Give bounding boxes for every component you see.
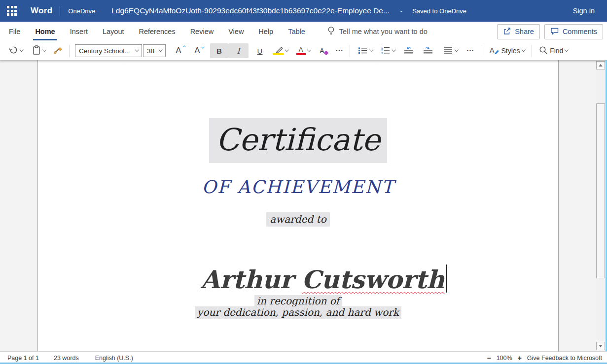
find-label: Find [550,47,563,55]
share-button[interactable]: Share [497,24,540,39]
find-icon [539,46,548,56]
onedrive-link[interactable]: OneDrive [68,7,95,15]
highlight-button[interactable] [270,43,291,58]
tab-references[interactable]: References [131,22,182,41]
page-count[interactable]: Page 1 of 1 [7,355,39,362]
lightbulb-icon [327,26,335,37]
share-icon [503,27,511,36]
recognition-line-2[interactable]: your dedication, passion, and hard work [38,306,558,319]
clear-formatting-button[interactable]: A [316,43,328,58]
scroll-up-button[interactable] [596,61,605,69]
vertical-scrollbar[interactable] [596,60,606,351]
comments-button[interactable]: Comments [544,24,603,39]
chevron-down-icon [42,48,46,52]
format-painter-icon [53,46,63,56]
bullets-icon [358,46,368,56]
zoom-in-button[interactable]: + [518,354,522,362]
styles-button[interactable]: A Styles [487,43,528,58]
word-count[interactable]: 23 words [54,355,79,362]
underline-icon: U [257,47,263,55]
language-indicator[interactable]: English (U.S.) [95,355,133,362]
feedback-link[interactable]: Give Feedback to Microsoft [527,355,602,362]
more-font-options-button[interactable]: ••• [333,43,346,58]
bold-button[interactable]: B [210,43,228,58]
scroll-down-button[interactable] [596,342,605,350]
zoom-level: 100% [497,355,512,362]
bullets-button[interactable] [356,43,375,58]
tab-file[interactable]: File [1,22,28,41]
titlebar-divider [60,6,60,16]
chevron-down-icon [135,48,139,52]
toolbar-divider [69,45,70,57]
grow-font-icon: A [176,46,181,56]
recipient-last-name: Cutsworth [302,265,445,294]
status-bar-right: − 100% + Give Feedback to Microsoft [487,354,602,362]
shrink-font-icon: A [194,46,200,56]
toolbar-divider [532,45,532,57]
shrink-font-button[interactable]: A [189,43,205,58]
format-painter-button[interactable] [51,43,66,58]
tell-me-button[interactable]: Tell me what you want to do [327,26,428,37]
italic-button[interactable]: I [228,43,249,58]
tab-layout[interactable]: Layout [95,22,132,41]
app-launcher-icon [7,6,17,16]
sign-in-button[interactable]: Sign in [573,7,595,15]
tab-table[interactable]: Table [281,22,313,41]
comments-icon [550,27,559,36]
styles-label: Styles [501,47,520,55]
increase-indent-button[interactable] [420,43,436,58]
scrollbar-thumb[interactable] [596,103,605,278]
caret-down-icon [201,45,205,49]
decrease-indent-button[interactable] [400,43,417,58]
align-button[interactable] [441,43,461,58]
tab-view[interactable]: View [221,22,251,41]
undo-button[interactable] [6,43,26,58]
document-title[interactable]: Ldg6EQCyN4aMfoOzUoth-90293edc60f43f30bdc… [111,6,390,15]
chevron-down-icon [20,48,24,52]
toolbar-divider [482,45,482,57]
app-launcher-button[interactable] [0,0,24,22]
zoom-out-button[interactable]: − [487,354,491,362]
grow-font-button[interactable]: A [171,43,186,58]
chevron-down-icon [455,48,459,52]
find-button[interactable]: Find [536,43,571,58]
document-canvas: Certificate OF ACHIEVEMENT awarded to Ar… [0,60,607,351]
undo-icon [8,46,18,56]
chevron-down-icon [369,48,373,52]
tab-home[interactable]: Home [28,22,62,41]
tab-insert[interactable]: Insert [63,22,95,41]
underline-button[interactable]: U [252,43,267,58]
tell-me-label: Tell me what you want to do [339,28,428,35]
font-size-select[interactable]: 38 [143,44,166,57]
align-icon [443,46,453,56]
achievement-subtitle[interactable]: OF ACHIEVEMENT [38,177,558,197]
certificate-heading-text: Certificate [209,118,387,163]
numbering-button[interactable]: 123 [378,43,398,58]
font-color-button[interactable]: A [294,43,313,58]
tab-help[interactable]: Help [251,22,281,41]
more-paragraph-options-button[interactable]: ••• [464,43,477,58]
paste-button[interactable] [30,43,48,58]
chevron-down-icon [565,48,569,52]
save-status[interactable]: Saved to OneDrive [412,7,466,15]
svg-text:A: A [490,46,495,54]
recognition-line-1[interactable]: in recognition of [38,295,558,307]
ellipsis-icon: ••• [467,48,474,53]
svg-text:3: 3 [381,52,383,54]
share-label: Share [515,28,534,35]
tab-review[interactable]: Review [183,22,221,41]
font-name-value: Century School... [79,47,130,55]
awarded-to-line[interactable]: awarded to [38,212,558,227]
highlight-icon [273,46,284,55]
status-bar: Page 1 of 1 23 words English (U.S.) − 10… [0,351,607,364]
certificate-heading[interactable]: Certificate [38,118,558,163]
font-size-value: 38 [147,47,154,55]
caret-up-icon [182,45,186,49]
font-name-select[interactable]: Century School... [75,44,142,57]
recipient-first-name: Arthur [201,265,302,294]
document-page[interactable]: Certificate OF ACHIEVEMENT awarded to Ar… [37,60,559,351]
numbering-icon: 123 [381,46,391,56]
bold-icon: B [216,47,222,55]
ribbon-actions: Share Comments [497,24,603,39]
font-color-icon: A [296,46,306,55]
